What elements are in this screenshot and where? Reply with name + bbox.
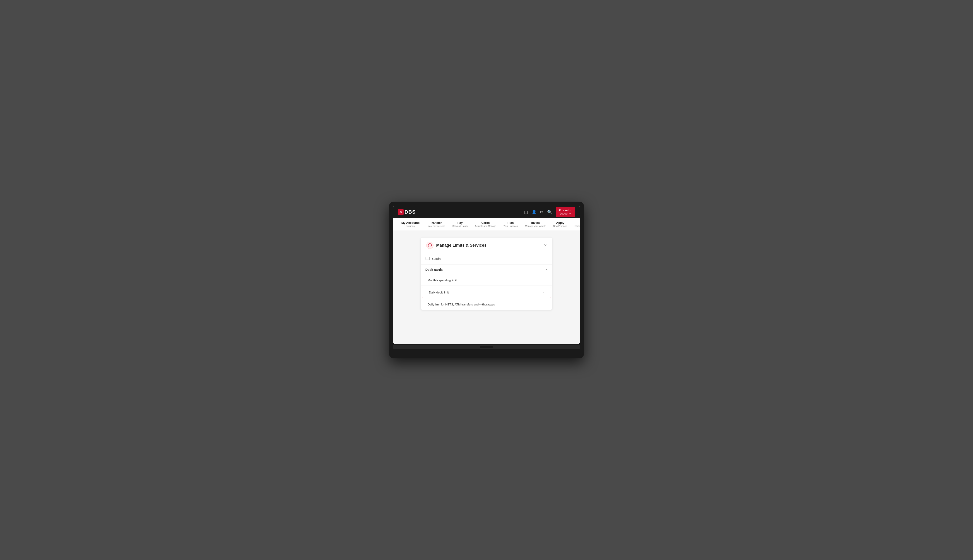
logout-label: Proceed toLogout ↪: [559, 209, 572, 215]
menu-title-transfer: Transfer: [427, 221, 445, 225]
dbs-logo-box: ✕: [398, 209, 404, 215]
search-icon[interactable]: 🔍: [547, 210, 552, 215]
menu-title-plan: Plan: [503, 221, 518, 225]
top-nav-actions: ◫ 👤 ✉ 🔍 Proceed toLogout ↪: [524, 207, 575, 217]
modal-header: Manage Limits & Services ×: [421, 238, 552, 253]
menu-item-request[interactable]: Request Statements or Services: [571, 218, 580, 230]
laptop-screen: ✕ DBS ◫ 👤 ✉ 🔍 Proceed toLogout ↪ My Acco…: [393, 206, 580, 344]
menu-item-plan[interactable]: Plan Your Finances: [500, 218, 522, 230]
menu-sub-request: Statements or Services: [575, 225, 580, 227]
list-item-text-nets: Daily limit for NETS, ATM transfers and …: [428, 303, 495, 306]
menu-title-my-accounts: My Accounts: [401, 221, 420, 225]
menu-item-invest[interactable]: Invest Manage your Wealth: [522, 218, 550, 230]
laptop-base: [393, 345, 580, 349]
menu-item-cards[interactable]: Cards Activate and Manage: [471, 218, 500, 230]
menu-sub-pay: Bills and Cards: [453, 225, 468, 227]
menu-title-invest: Invest: [525, 221, 546, 225]
menu-title-pay: Pay: [453, 221, 468, 225]
main-content: Manage Limits & Services × Cards: [393, 231, 580, 344]
top-navbar: ✕ DBS ◫ 👤 ✉ 🔍 Proceed toLogout ↪: [393, 206, 580, 218]
cards-section-header: Cards: [421, 253, 552, 265]
modal-title: Manage Limits & Services: [436, 243, 486, 248]
modal-header-left: Manage Limits & Services: [426, 242, 486, 249]
logo-cross: ✕: [399, 210, 402, 214]
section-title: Cards: [432, 257, 441, 261]
list-item-nets-atm[interactable]: Daily limit for NETS, ATM transfers and …: [421, 299, 552, 310]
list-item-text-daily-debit: Daily debit limit: [429, 291, 449, 294]
debit-cards-accordion[interactable]: Debit cards ∧: [421, 265, 552, 275]
menu-bar: My Accounts Summary Transfer Local or Ov…: [393, 218, 580, 231]
grid-icon[interactable]: ◫: [524, 210, 528, 215]
list-item-daily-debit[interactable]: Daily debit limit ›: [422, 287, 551, 298]
logo-text: DBS: [405, 209, 416, 215]
menu-item-apply[interactable]: Apply New Products: [550, 218, 571, 230]
menu-title-cards: Cards: [475, 221, 496, 225]
menu-item-transfer[interactable]: Transfer Local or Overseas: [423, 218, 449, 230]
menu-sub-transfer: Local or Overseas: [427, 225, 445, 227]
chevron-right-icon-monthly: ›: [545, 278, 545, 282]
accordion-label: Debit cards: [425, 268, 443, 272]
logout-button[interactable]: Proceed toLogout ↪: [556, 207, 575, 217]
chevron-up-icon: ∧: [545, 268, 548, 272]
close-button[interactable]: ×: [544, 243, 547, 248]
highlighted-item-wrapper: Daily debit limit ›: [421, 286, 552, 299]
modal-card: Manage Limits & Services × Cards: [421, 238, 552, 310]
logo-area: ✕ DBS: [398, 209, 416, 215]
modal-icon: [426, 242, 433, 249]
menu-sub-invest: Manage your Wealth: [525, 225, 546, 227]
menu-sub-plan: Your Finances: [503, 225, 518, 227]
chevron-right-icon-daily-debit: ›: [543, 291, 544, 294]
laptop-frame: ✕ DBS ◫ 👤 ✉ 🔍 Proceed toLogout ↪ My Acco…: [389, 202, 584, 358]
mail-icon[interactable]: ✉: [540, 210, 543, 215]
menu-sub-apply: New Products: [553, 225, 567, 227]
menu-sub-cards: Activate and Manage: [475, 225, 496, 227]
chevron-right-icon-nets: ›: [545, 303, 545, 306]
menu-title-apply: Apply: [553, 221, 567, 225]
menu-item-my-accounts[interactable]: My Accounts Summary: [398, 218, 423, 230]
list-item-text-monthly: Monthly spending limit: [428, 278, 457, 282]
svg-rect-1: [426, 257, 430, 260]
menu-title-request: Request: [575, 221, 580, 225]
card-section-icon: [425, 257, 430, 261]
person-icon[interactable]: 👤: [532, 210, 537, 215]
list-item-monthly-spending[interactable]: Monthly spending limit ›: [421, 275, 552, 286]
menu-item-pay[interactable]: Pay Bills and Cards: [449, 218, 471, 230]
menu-sub-my-accounts: Summary: [401, 225, 420, 227]
laptop-notch: [480, 346, 493, 348]
list-items-container: Monthly spending limit › Daily debit lim…: [421, 275, 552, 310]
